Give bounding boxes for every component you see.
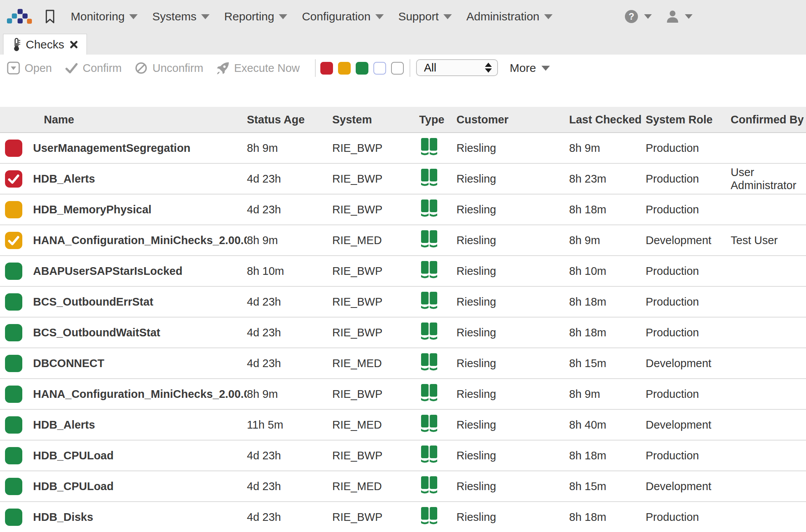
help-menu[interactable]: ? [624,9,652,24]
column-header-confirmed-by[interactable]: Confirmed By [731,113,806,126]
customer: Riesling [456,419,569,431]
last-checked: 8h 18m [569,326,646,339]
status-icon-ok [5,509,22,526]
system: RIE_BWP [332,142,419,155]
nav-item-systems[interactable]: Systems [152,10,210,23]
column-header-customer[interactable]: Customer [456,113,569,126]
chevron-down-icon [544,14,553,19]
table-row[interactable]: UserManagementSegregation 8h 9m RIE_BWP … [0,133,806,164]
rocket-icon [216,62,230,75]
column-header-name[interactable]: Name [33,113,247,126]
chevron-down-icon [685,14,693,19]
nav-item-support[interactable]: Support [398,10,452,23]
nav-item-reporting[interactable]: Reporting [224,10,287,23]
system: RIE_BWP [332,388,419,401]
status-filter-warning[interactable] [338,62,351,75]
table-row[interactable]: BCS_OutboundErrStat 4d 23h RIE_BWP Riesl… [0,287,806,318]
chevron-down-icon [201,14,210,19]
status-filter-ok[interactable] [356,62,368,75]
table-row[interactable]: HDB_CPULoad 4d 23h RIE_MED Riesling 8h 1… [0,471,806,502]
chevron-down-icon [129,14,138,19]
confirmed-check-icon [5,232,22,249]
execute-now-button[interactable]: Execute Now [216,59,300,77]
last-checked: 8h 18m [569,449,646,462]
main-menu: Monitoring Systems Reporting Configurati… [71,10,553,23]
column-header-last-checked[interactable]: Last Checked [569,113,646,126]
check-name: HDB_Alerts [33,419,247,431]
app-window: Monitoring Systems Reporting Configurati… [0,0,806,532]
database-icon [421,199,438,217]
table-row[interactable]: HDB_Alerts 11h 5m RIE_MED Riesling 8h 40… [0,410,806,441]
chevron-down-icon [443,14,452,19]
system-role: Production [646,388,731,401]
bookmark-icon[interactable] [45,10,55,23]
status-filter-disabled[interactable] [391,62,404,75]
database-icon [421,261,438,279]
system: RIE_BWP [332,203,419,216]
status-age: 4d 23h [247,326,332,339]
confirmed-by: Test User [731,234,806,247]
tab-checks[interactable]: Checks [3,34,87,55]
select-spinner-icon [485,63,492,73]
customer: Riesling [456,296,569,308]
status-filter-select[interactable]: All [416,59,498,76]
check-name: BCS_OutboundWaitStat [33,326,247,339]
status-age: 4d 23h [247,480,332,493]
nav-item-monitoring[interactable]: Monitoring [71,10,138,23]
status-age: 8h 9m [247,234,332,247]
database-icon [421,476,438,494]
system: RIE_BWP [332,173,419,185]
table-row[interactable]: ABAPUserSAPStarIsLocked 8h 10m RIE_BWP R… [0,256,806,287]
column-header-status-age[interactable]: Status Age [247,113,332,126]
table-row[interactable]: HDB_Alerts 4d 23h RIE_BWP Riesling 8h 23… [0,164,806,195]
database-icon [421,322,438,340]
unconfirm-button[interactable]: Unconfirm [135,59,203,77]
status-age: 4d 23h [247,511,332,524]
nav-item-configuration[interactable]: Configuration [302,10,383,23]
system: RIE_MED [332,357,419,370]
user-menu[interactable] [666,10,693,23]
system-role: Development [646,234,731,247]
avantra-logo-icon[interactable] [7,9,32,24]
check-name: HDB_Alerts [33,173,247,185]
customer: Riesling [456,234,569,247]
column-header-type[interactable]: Type [419,113,456,126]
status-icon-ok [5,324,22,341]
table-row[interactable]: HANA_Configuration_MiniChecks_2.00.03 8h… [0,379,806,410]
table-row[interactable]: HDB_CPULoad 4d 23h RIE_BWP Riesling 8h 1… [0,441,806,471]
status-icon-critical-confirmed [5,170,22,188]
column-header-system-role[interactable]: System Role [646,113,731,126]
table-row[interactable]: HDB_Disks 4d 23h RIE_BWP Riesling 8h 18m… [0,502,806,532]
more-button[interactable]: More [510,59,550,77]
system: RIE_MED [332,234,419,247]
close-icon[interactable] [70,40,78,49]
confirm-button[interactable]: Confirm [65,59,122,77]
status-filter-critical[interactable] [320,62,333,75]
system-role: Production [646,265,731,278]
database-icon [421,291,438,309]
more-label: More [510,62,536,75]
status-age: 8h 9m [247,142,332,155]
table-row[interactable]: BCS_OutboundWaitStat 4d 23h RIE_BWP Ries… [0,318,806,348]
confirmed-by: User Administrator [731,166,806,192]
nav-item-administration[interactable]: Administration [466,10,553,23]
check-name: ABAPUserSAPStarIsLocked [33,265,247,278]
database-icon [421,353,438,371]
check-name: HDB_CPULoad [33,449,247,462]
status-age: 4d 23h [247,357,332,370]
system: RIE_MED [332,480,419,493]
customer: Riesling [456,449,569,462]
system: RIE_MED [332,419,419,431]
system: RIE_BWP [332,326,419,339]
column-header-system[interactable]: System [332,113,419,126]
table-row[interactable]: HDB_MemoryPhysical 4d 23h RIE_BWP Riesli… [0,195,806,225]
table-row[interactable]: HANA_Configuration_MiniChecks_2.00.03 8h… [0,225,806,256]
system-role: Production [646,511,731,524]
tab-strip: Checks [0,33,806,55]
open-button[interactable]: Open [7,59,52,77]
customer: Riesling [456,326,569,339]
system-role: Development [646,357,731,370]
check-name: HDB_MemoryPhysical [33,203,247,216]
table-row[interactable]: DBCONNECT 4d 23h RIE_MED Riesling 8h 15m… [0,348,806,379]
status-filter-unknown[interactable] [373,62,386,75]
